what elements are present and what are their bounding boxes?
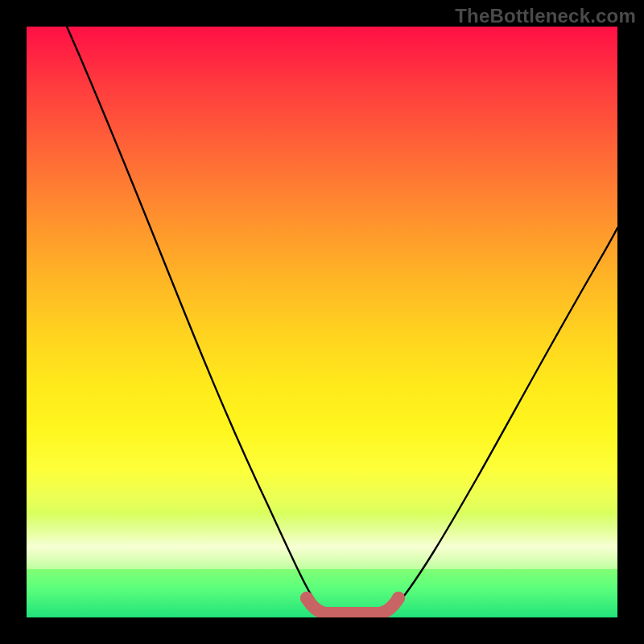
plot-area [27, 27, 617, 617]
bottleneck-curve [67, 27, 617, 615]
chart-frame: TheBottleneck.com [0, 0, 644, 644]
watermark-text: TheBottleneck.com [455, 5, 636, 27]
optimal-range-marker-dot [300, 592, 313, 605]
optimal-range-marker-dot [392, 592, 405, 605]
optimal-range-markers [307, 598, 398, 613]
chart-svg [27, 27, 617, 617]
